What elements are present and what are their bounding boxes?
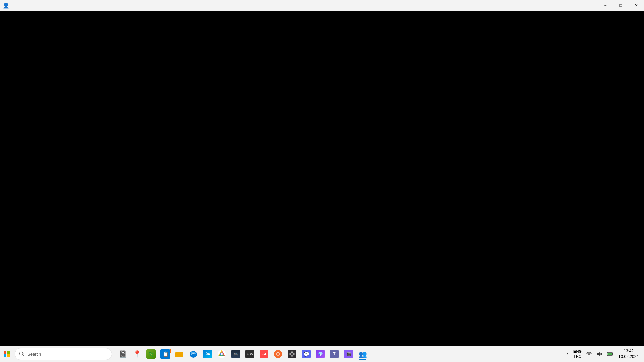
maps-app-icon[interactable]: 📍 <box>130 347 144 361</box>
taskbar: Search 📓 📍 🦎 ! 📋 <box>0 346 644 362</box>
wifi-icon <box>586 351 592 357</box>
steam-app-icon[interactable]: 🎮 <box>229 347 242 361</box>
edge-app-icon[interactable] <box>187 347 200 361</box>
ea-app-icon[interactable]: EA <box>257 347 271 361</box>
custom-app-icon[interactable]: ! 📋 <box>158 347 172 361</box>
notepad-app-icon[interactable]: 📓 <box>116 347 130 361</box>
origin-icon <box>274 350 282 358</box>
svg-point-20 <box>291 353 293 355</box>
taskbar-right: ∧ ENG TRQ <box>563 347 644 361</box>
svg-point-14 <box>221 353 223 355</box>
file-explorer-app-icon[interactable] <box>173 347 186 361</box>
windows-icon <box>4 351 10 357</box>
search-icon <box>19 351 25 357</box>
user-icon: 👤 <box>3 2 9 9</box>
discord-app-icon[interactable]: 💬 <box>300 347 313 361</box>
maximize-button[interactable]: □ <box>613 0 629 11</box>
svg-rect-2 <box>4 354 6 357</box>
taskbar-apps: 📓 📍 🦎 ! 📋 <box>113 347 563 361</box>
clock-date: 10.02.2024 <box>618 354 639 360</box>
svg-point-17 <box>277 353 279 355</box>
svg-rect-23 <box>612 353 613 355</box>
obs-app-icon[interactable] <box>285 347 299 361</box>
speaker-tray-icon[interactable] <box>594 347 605 361</box>
start-button[interactable] <box>0 346 13 362</box>
taskbar-search[interactable]: Search <box>15 348 112 360</box>
svg-rect-1 <box>7 351 10 354</box>
edge-icon <box>189 350 198 358</box>
title-bar: 👤 − □ ✕ <box>0 0 644 11</box>
svg-rect-24 <box>607 353 612 355</box>
wifi-tray-icon[interactable] <box>584 347 594 361</box>
folder-icon <box>175 350 184 358</box>
lang-line2: TRQ <box>573 354 581 359</box>
chrome-app-icon[interactable] <box>215 347 228 361</box>
svg-rect-8 <box>175 352 183 357</box>
clock-time: 13:42 <box>624 348 634 354</box>
svg-rect-3 <box>7 354 10 357</box>
search-label: Search <box>27 352 41 357</box>
main-content <box>0 11 644 346</box>
stremio-app-icon[interactable]: 🎬 <box>342 347 355 361</box>
battery-tray-icon[interactable] <box>605 347 616 361</box>
obs-icon-inner <box>289 351 295 357</box>
lang-line1: ENG <box>573 349 582 354</box>
msteams-app-icon[interactable]: T <box>328 347 341 361</box>
last-app-icon[interactable]: 👥 <box>356 347 369 361</box>
photos-app-icon[interactable]: 🦎 <box>144 347 158 361</box>
tray-chevron[interactable]: ∧ <box>563 347 571 361</box>
origin-app-icon[interactable] <box>271 347 285 361</box>
minimize-button[interactable]: − <box>598 0 613 11</box>
speaker-icon <box>597 351 602 357</box>
battery-icon <box>607 351 614 357</box>
store-app-icon[interactable]: 🛍 <box>201 347 214 361</box>
svg-rect-0 <box>4 351 6 354</box>
chrome-icon <box>217 350 226 358</box>
title-bar-controls: − □ ✕ <box>598 0 644 11</box>
epic-app-icon[interactable]: EGS <box>243 347 257 361</box>
svg-marker-21 <box>597 352 600 356</box>
chevron-up-icon: ∧ <box>566 352 569 356</box>
clock-area[interactable]: 13:42 10.02.2024 <box>616 347 641 361</box>
close-button[interactable]: ✕ <box>629 0 644 11</box>
svg-line-5 <box>23 355 24 356</box>
language-indicator[interactable]: ENG TRQ <box>571 347 584 361</box>
title-bar-left: 👤 <box>0 2 9 9</box>
obsidian-app-icon[interactable]: 💎 <box>314 347 327 361</box>
